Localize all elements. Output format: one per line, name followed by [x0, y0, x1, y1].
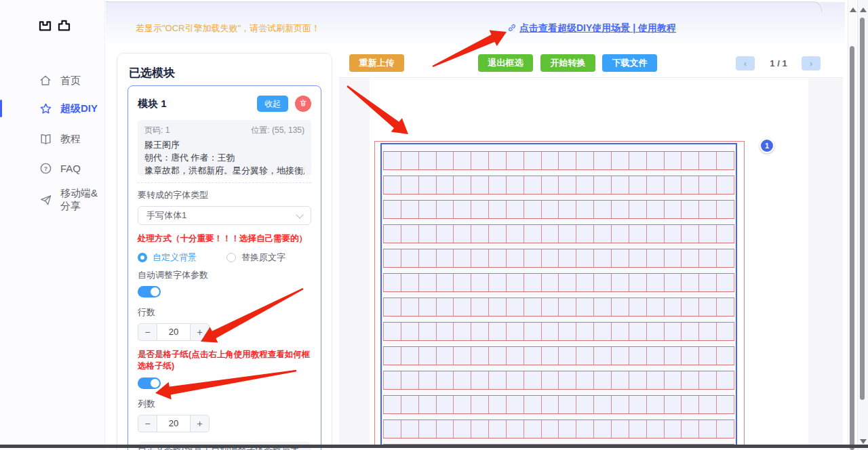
grid-cell: [576, 323, 594, 340]
grid-cell: [542, 249, 559, 267]
grid-cell: [454, 274, 471, 291]
content-scrollbar[interactable]: [848, 0, 856, 450]
module-page-number: 页码: 1: [144, 125, 170, 136]
grid-cell: [629, 396, 647, 413]
sidebar-item-home[interactable]: 首页: [0, 67, 105, 94]
delete-module-button[interactable]: [295, 96, 311, 112]
grid-cell: [542, 274, 559, 291]
cols-decrement-button[interactable]: −: [138, 415, 157, 432]
scroll-down-arrow-icon[interactable]: [860, 439, 867, 444]
browser-scrollbar[interactable]: [857, 0, 868, 450]
grid-cell: [682, 152, 699, 169]
trash-icon: [299, 99, 307, 109]
collapse-module-button[interactable]: 收起: [257, 96, 288, 112]
grid-cell: [419, 323, 437, 340]
rows-value[interactable]: 20: [157, 323, 190, 341]
rows-decrement-button[interactable]: −: [138, 323, 157, 341]
sidebar-item-super-diy[interactable]: 超级DIY: [0, 95, 105, 122]
grid-cell: [647, 420, 665, 438]
grid-cell: [594, 371, 612, 389]
grid-cell: [401, 396, 419, 413]
grid-cell: [717, 371, 734, 389]
grid-cell: [699, 420, 717, 438]
grid-cell: [471, 201, 489, 218]
grid-cell: [647, 347, 665, 365]
grid-cell: [647, 323, 665, 340]
grid-cell: [682, 420, 699, 438]
panel-title: 已选模块: [129, 65, 175, 81]
grid-cell: [576, 420, 594, 438]
grid-cell: [629, 347, 647, 365]
grid-cell: [647, 201, 665, 218]
cols-increment-button[interactable]: +: [190, 415, 210, 432]
grid-cell: [454, 176, 471, 194]
scroll-up-arrow-icon[interactable]: [860, 7, 867, 12]
radio-replace-text-label[interactable]: 替换原文字: [241, 251, 285, 264]
exit-selection-button[interactable]: 退出框选: [478, 54, 533, 72]
grid-cell: [629, 225, 647, 243]
next-page-button[interactable]: ›: [802, 56, 821, 70]
grid-cell: [471, 396, 489, 413]
scroll-up-arrow-icon[interactable]: [850, 7, 856, 12]
grid-cell: [437, 176, 454, 194]
grid-cell: [576, 249, 594, 267]
font-type-select[interactable]: 手写体体1: [138, 206, 311, 225]
prev-page-button[interactable]: ‹: [736, 56, 755, 70]
app-window: 首页 超级DIY 教程 ? FAQ 移动端&分享: [0, 0, 868, 450]
grid-cell: [612, 347, 629, 365]
download-file-button[interactable]: 下载文件: [602, 54, 657, 72]
grid-cell: [454, 298, 471, 316]
sidebar-item-faq[interactable]: ? FAQ: [0, 155, 105, 182]
usage-tutorial-link[interactable]: 点击查看超级DIY使用场景 | 使用教程: [507, 22, 676, 35]
grid-cell: [437, 201, 454, 218]
grid-cell: [576, 152, 594, 169]
grid-cell: [524, 176, 542, 194]
grid-cell: [717, 176, 734, 194]
grid-cell: [665, 396, 682, 413]
radio-custom-background[interactable]: [138, 253, 147, 262]
grid-cell: [542, 225, 559, 243]
grid-row: [383, 346, 734, 365]
grid-cell: [471, 225, 489, 243]
grid-cell: [471, 347, 489, 365]
grid-cell: [559, 298, 576, 316]
grid-cell: [559, 176, 576, 194]
grid-cell: [489, 201, 507, 218]
section-divider: [138, 182, 311, 183]
grid-cell: [629, 176, 647, 194]
grid-cell: [717, 298, 734, 316]
auto-adjust-toggle[interactable]: [138, 286, 161, 298]
grid-paper-toggle[interactable]: [138, 377, 161, 389]
grid-cell: [489, 396, 507, 413]
sidebar-item-mobile-share[interactable]: 移动端&分享: [0, 186, 105, 213]
grid-cell: [559, 249, 576, 267]
grid-cell: [717, 323, 734, 340]
sidebar-item-label: 超级DIY: [60, 102, 98, 115]
grid-cell: [594, 298, 612, 316]
document-preview-pane[interactable]: 1: [339, 78, 843, 448]
grid-cell: [524, 152, 542, 169]
grid-cell: [524, 396, 542, 413]
rows-increment-button[interactable]: +: [190, 323, 210, 341]
grid-cell: [665, 152, 682, 169]
content-scrollbar-thumb[interactable]: [850, 46, 854, 450]
reupload-button[interactable]: 重新上传: [349, 54, 404, 72]
grid-rows: [382, 151, 736, 448]
grid-cell: [629, 420, 647, 438]
cols-value[interactable]: 20: [157, 415, 190, 432]
logo: [38, 18, 71, 35]
grid-cell: [576, 274, 594, 291]
browser-scrollbar-thumb[interactable]: [860, 18, 865, 400]
grid-cell: [524, 347, 542, 365]
grid-cell: [419, 371, 437, 389]
grid-cell: [594, 176, 612, 194]
start-convert-button[interactable]: 开始转换: [540, 54, 595, 72]
radio-replace-text[interactable]: [226, 253, 236, 262]
sidebar-item-tutorial[interactable]: 教程: [0, 125, 105, 152]
active-nav-indicator: [0, 100, 2, 117]
grid-cell: [419, 396, 437, 413]
grid-cell: [471, 371, 489, 389]
selection-box[interactable]: [380, 143, 737, 448]
auto-adjust-label: 自动调整字体参数: [138, 269, 311, 281]
radio-custom-background-label[interactable]: 自定义背景: [153, 251, 197, 264]
